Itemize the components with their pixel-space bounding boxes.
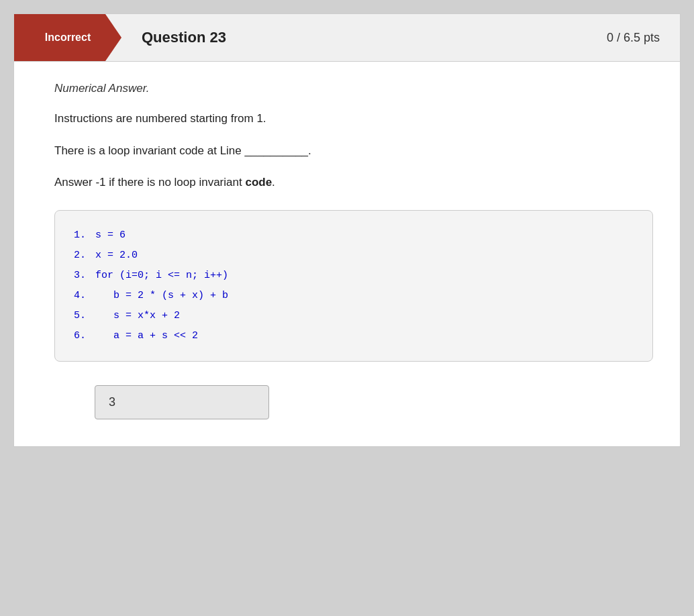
code-text-5: s = x*x + 2 xyxy=(95,306,180,326)
code-line-3: 3. for (i=0; i <= n; i++) xyxy=(74,266,634,286)
code-num-5: 5. xyxy=(74,306,87,326)
answer-note-prefix: Answer -1 if there is no loop invariant xyxy=(54,176,245,189)
instructions-text: Instructions are numbered starting from … xyxy=(54,110,653,127)
code-line-4: 4. b = 2 * (s + x) + b xyxy=(74,286,634,306)
answer-note-bold: code xyxy=(245,176,272,189)
code-text-2: x = 2.0 xyxy=(95,246,138,266)
code-text-4: b = 2 * (s + x) + b xyxy=(95,286,228,306)
line-blank-text: There is a loop invariant code at Line _… xyxy=(54,142,653,160)
code-text-1: s = 6 xyxy=(95,225,126,246)
question-points: 0 / 6.5 pts xyxy=(607,31,680,45)
code-num-2: 2. xyxy=(74,246,87,266)
question-title: Question 23 xyxy=(128,29,607,46)
code-num-4: 4. xyxy=(74,286,87,306)
code-line-2: 2. x = 2.0 xyxy=(74,246,634,266)
code-line-1: 1. s = 6 xyxy=(74,225,634,246)
question-container: Incorrect Question 23 0 / 6.5 pts Numeri… xyxy=(13,13,681,447)
numerical-answer-label: Numerical Answer. xyxy=(54,82,653,95)
code-text-6: a = a + s << 2 xyxy=(95,326,198,346)
code-block: 1. s = 6 2. x = 2.0 3. for (i=0; i <= n;… xyxy=(54,210,653,362)
incorrect-badge: Incorrect xyxy=(14,14,121,61)
question-body: Numerical Answer. Instructions are numbe… xyxy=(14,62,680,446)
code-line-6: 6. a = a + s << 2 xyxy=(74,326,634,346)
answer-note-text: Answer -1 if there is no loop invariant … xyxy=(54,174,653,191)
code-num-3: 3. xyxy=(74,266,87,286)
question-header: Incorrect Question 23 0 / 6.5 pts xyxy=(14,14,680,62)
code-line-5: 5. s = x*x + 2 xyxy=(74,306,634,326)
answer-input[interactable] xyxy=(95,385,269,419)
code-num-6: 6. xyxy=(74,326,87,346)
code-text-3: for (i=0; i <= n; i++) xyxy=(95,266,228,286)
answer-input-wrapper xyxy=(54,385,653,419)
code-num-1: 1. xyxy=(74,225,87,246)
answer-note-suffix: . xyxy=(272,176,275,189)
